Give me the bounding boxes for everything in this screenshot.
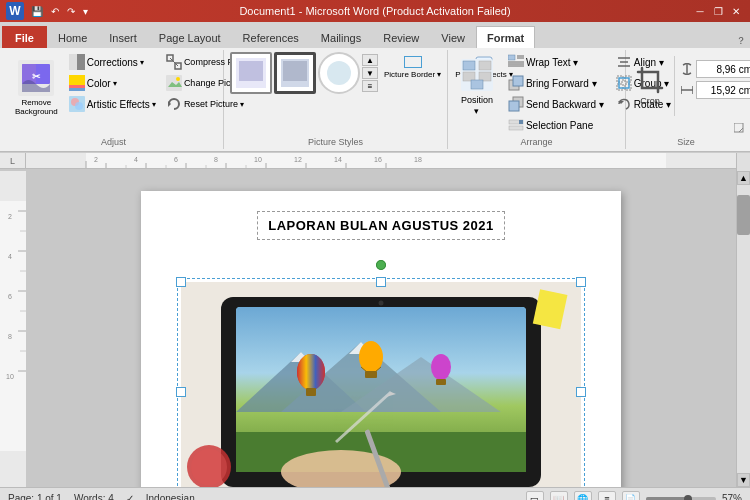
style-down-btn[interactable]: ▼ [362,67,378,79]
image-container[interactable] [181,282,581,487]
corrections-btn[interactable]: Corrections ▾ [65,52,160,72]
window-title: Document1 - Microsoft Word (Product Acti… [239,5,510,17]
horizontal-ruler: 2 4 6 8 10 12 14 16 18 [26,153,736,169]
print-layout-btn[interactable]: ▭ [526,491,544,501]
web-layout-btn[interactable]: 🌐 [574,491,592,501]
help-btn[interactable]: ？ [736,34,746,48]
picture-border-btn[interactable]: Picture Border ▾ [380,54,445,81]
send-backward-btn[interactable]: Send Backward ▾ [504,94,608,114]
tab-insert[interactable]: Insert [98,26,148,48]
tab-view[interactable]: View [430,26,476,48]
wrap-text-icon [508,54,524,70]
height-row: ▲ ▼ [681,60,750,78]
corrections-label: Corrections [87,57,138,68]
svg-rect-8 [69,88,85,91]
svg-rect-27 [463,61,475,70]
handle-top-right[interactable] [576,277,586,287]
bring-forward-btn[interactable]: Bring Forward ▾ [504,73,608,93]
artistic-effects-btn[interactable]: Artistic Effects ▾ [65,94,160,114]
remove-background-btn[interactable]: ✂ RemoveBackground [10,52,63,120]
adjust-group: ✂ RemoveBackground Corrections ▾ [4,50,224,149]
svg-rect-48 [617,76,623,82]
wrap-text-btn[interactable]: Wrap Text ▾ [504,52,608,72]
picture-style-3[interactable] [318,52,360,94]
status-bar: Page: 1 of 1 Words: 4 ✓ Indonesian ▭ 📖 🌐… [0,487,750,500]
tab-page-layout[interactable]: Page Layout [148,26,232,48]
tab-bar: File Home Insert Page Layout References … [0,22,750,48]
svg-point-16 [176,77,180,81]
scroll-track[interactable] [737,185,750,473]
crop-btn[interactable]: Crop [632,62,668,110]
handle-top-left[interactable] [176,277,186,287]
selection-pane-btn[interactable]: Selection Pane [504,115,608,135]
scroll-up-btn[interactable]: ▲ [737,171,750,185]
svg-rect-66 [666,153,736,169]
zoom-slider[interactable] [646,497,716,501]
size-group-label: Size [626,137,746,147]
window-controls: ─ ❐ ✕ [692,4,744,18]
language-indicator[interactable]: Indonesian [146,493,195,500]
undo-quick-btn[interactable]: ↶ [48,5,62,18]
full-reading-btn[interactable]: 📖 [550,491,568,501]
tab-references[interactable]: References [232,26,310,48]
close-btn[interactable]: ✕ [728,4,744,18]
customize-quick-btn[interactable]: ▾ [80,5,91,18]
svg-rect-120 [306,388,316,396]
size-dialog-launcher[interactable] [734,123,744,135]
svg-rect-62 [734,123,743,132]
selection-pane-label: Selection Pane [526,120,593,131]
svg-rect-6 [69,75,85,85]
spell-check-icon[interactable]: ✓ [126,493,134,500]
picture-style-2[interactable] [274,52,316,94]
restore-btn[interactable]: ❐ [710,4,726,18]
height-input[interactable] [696,60,750,78]
svg-text:16: 16 [374,156,382,163]
status-right: ▭ 📖 🌐 ≡ 📄 57% [526,491,742,501]
minimize-btn[interactable]: ─ [692,4,708,18]
style-more-buttons: ▲ ▼ ≡ [362,54,378,92]
outline-btn[interactable]: ≡ [598,491,616,501]
tab-file[interactable]: File [2,26,47,48]
width-input[interactable] [696,81,750,99]
handle-middle-right[interactable] [576,387,586,397]
wrap-text-label: Wrap Text ▾ [526,57,578,68]
svg-rect-23 [404,56,422,68]
save-quick-btn[interactable]: 💾 [28,5,46,18]
handle-middle-left[interactable] [176,387,186,397]
scroll-thumb[interactable] [737,195,750,235]
draft-btn[interactable]: 📄 [622,491,640,501]
tab-review[interactable]: Review [372,26,430,48]
arrange-group-label: Arrange [448,137,625,147]
position-btn[interactable]: Position ▾ [454,52,500,120]
handle-top-center[interactable] [376,277,386,287]
svg-text:6: 6 [174,156,178,163]
corrections-dropdown-icon: ▾ [140,58,144,67]
style-up-btn[interactable]: ▲ [362,54,378,66]
tab-home[interactable]: Home [47,26,98,48]
svg-text:14: 14 [334,156,342,163]
corrections-icon [69,54,85,70]
tab-format[interactable]: Format [476,26,535,48]
picture-border-label: Picture Border ▾ [384,70,441,79]
picture-styles-label: Picture Styles [224,137,447,147]
svg-text:2: 2 [94,156,98,163]
tab-mailings[interactable]: Mailings [310,26,372,48]
vertical-scrollbar: ▲ ▼ [736,171,750,487]
redo-quick-btn[interactable]: ↷ [64,5,78,18]
main-area: 2 4 6 8 10 LAPORAN BULAN AGUSTUS 2021 [0,171,750,487]
tablet-svg [181,282,581,487]
svg-point-119 [297,354,325,390]
ruler-area: L 2 4 6 8 10 12 14 16 18 [0,153,750,171]
style-more-btn[interactable]: ≡ [362,80,378,92]
scroll-down-btn[interactable]: ▼ [737,473,750,487]
handle-rotate[interactable] [376,260,386,270]
color-btn[interactable]: Color ▾ [65,73,160,93]
svg-rect-41 [509,101,519,111]
svg-rect-21 [283,61,307,81]
ruler-corner[interactable]: L [0,153,26,169]
picture-style-1[interactable] [230,52,272,94]
svg-rect-124 [365,371,377,378]
svg-text:4: 4 [8,253,12,260]
title-box[interactable]: LAPORAN BULAN AGUSTUS 2021 [257,211,505,240]
size-group-body: Crop ▲ ▼ [632,52,750,149]
